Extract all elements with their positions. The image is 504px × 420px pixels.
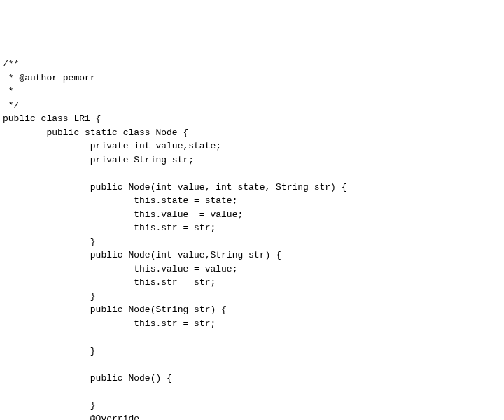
- code-line: */: [3, 100, 19, 111]
- code-line: this.str = str;: [3, 223, 216, 233]
- code-line: this.str = str;: [3, 277, 216, 288]
- code-line: * @author pemorr: [3, 73, 96, 83]
- code-line: /**: [3, 59, 19, 69]
- code-line: this.str = str;: [3, 318, 216, 329]
- code-line: public Node() {: [3, 373, 172, 384]
- code-line: }: [3, 400, 96, 411]
- code-line: }: [3, 237, 96, 247]
- code-line: public class LR1 {: [3, 113, 101, 124]
- code-line: }: [3, 346, 96, 356]
- code-line: private int value,state;: [3, 141, 221, 151]
- code-line: *: [3, 86, 14, 97]
- code-line: this.value = value;: [3, 264, 237, 274]
- code-viewer: /** * @author pemorr * */ public class L…: [3, 57, 504, 420]
- code-line: @Override: [3, 414, 139, 420]
- code-line: private String str;: [3, 155, 194, 165]
- code-line: public Node(String str) {: [3, 304, 227, 315]
- code-line: }: [3, 291, 96, 302]
- code-line: public Node(int value, int state, String…: [3, 182, 346, 192]
- code-line: public static class Node {: [3, 127, 188, 138]
- code-line: public Node(int value,String str) {: [3, 250, 281, 260]
- code-line: this.state = state;: [3, 195, 237, 206]
- code-line: this.value = value;: [3, 209, 243, 220]
